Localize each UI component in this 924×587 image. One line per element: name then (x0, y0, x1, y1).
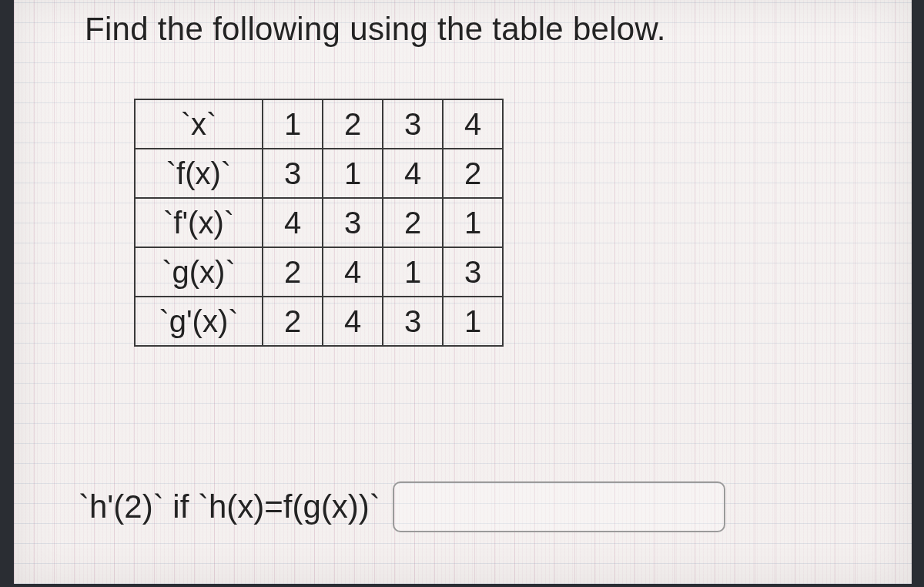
table-rowheader-gprimex: `g'(x)` (135, 297, 263, 346)
table-header-x: `x` (135, 99, 263, 149)
table-cell: 2 (383, 198, 443, 247)
table-cell: 4 (383, 149, 443, 198)
worksheet-page: Find the following using the table below… (14, 0, 912, 584)
table-cell: 4 (443, 99, 503, 149)
answer-input[interactable] (393, 481, 725, 532)
table-cell: 3 (383, 297, 443, 346)
table-rowheader-gx: `g(x)` (135, 247, 263, 297)
table-cell: 3 (383, 99, 443, 149)
table-cell: 2 (263, 247, 323, 297)
table-row: `g'(x)` 2 4 3 1 (135, 297, 503, 346)
table-cell: 3 (323, 198, 383, 247)
question-row: `h'(2)` if `h(x)=f(g(x))` (79, 481, 725, 532)
table-cell: 2 (443, 149, 503, 198)
prompt-text: Find the following using the table below… (85, 11, 666, 48)
table-cell: 2 (263, 297, 323, 346)
table-row: `x` 1 2 3 4 (135, 99, 503, 149)
table-cell: 3 (443, 247, 503, 297)
table-cell: 1 (323, 149, 383, 198)
question-text: `h'(2)` if `h(x)=f(g(x))` (79, 488, 380, 525)
table-cell: 1 (443, 198, 503, 247)
table-cell: 1 (383, 247, 443, 297)
function-table: `x` 1 2 3 4 `f(x)` 3 1 4 2 `f'(x)` 4 3 2… (134, 99, 504, 347)
table-row: `f'(x)` 4 3 2 1 (135, 198, 503, 247)
table-row: `f(x)` 3 1 4 2 (135, 149, 503, 198)
table-cell: 4 (323, 247, 383, 297)
table-cell: 4 (323, 297, 383, 346)
table-cell: 1 (443, 297, 503, 346)
table-cell: 4 (263, 198, 323, 247)
table-rowheader-fprimex: `f'(x)` (135, 198, 263, 247)
table-cell: 3 (263, 149, 323, 198)
table-cell: 1 (263, 99, 323, 149)
table-row: `g(x)` 2 4 1 3 (135, 247, 503, 297)
table-cell: 2 (323, 99, 383, 149)
table-rowheader-fx: `f(x)` (135, 149, 263, 198)
